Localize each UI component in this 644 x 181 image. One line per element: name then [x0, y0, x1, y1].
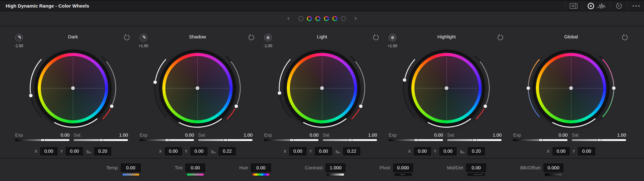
exp-slider-handle[interactable]: [414, 139, 418, 141]
footer-control-swatch[interactable]: [187, 173, 204, 176]
footer-control-swatch[interactable]: [327, 173, 344, 176]
range-input[interactable]: 0.20: [468, 147, 485, 156]
temperature-arc-handle[interactable]: [526, 86, 530, 90]
exp-slider[interactable]: [264, 139, 319, 141]
temperature-arc-slider[interactable]: [528, 59, 539, 88]
tint-arc-slider[interactable]: [603, 59, 614, 88]
exposure-arc-slider[interactable]: [30, 59, 41, 96]
wheel-reset-button[interactable]: [247, 34, 255, 41]
wheel-page-dot[interactable]: [332, 16, 337, 21]
footer-control-swatch[interactable]: [545, 173, 562, 176]
wheel-reset-button[interactable]: [497, 34, 504, 41]
exp-slider[interactable]: [389, 139, 443, 141]
wheel-page-dot[interactable]: [298, 16, 303, 21]
exposure-arc-handle[interactable]: [29, 94, 33, 98]
footer-control-input[interactable]: 0.00: [185, 163, 205, 172]
saturation-arc-slider[interactable]: [480, 62, 489, 105]
sat-slider-handle[interactable]: [224, 139, 228, 141]
range-input[interactable]: 0.22: [219, 147, 236, 156]
footer-control-label: Blk/Offset: [520, 163, 541, 172]
saturation-arc-slider[interactable]: [231, 62, 240, 105]
exposure-arc-handle[interactable]: [153, 80, 157, 84]
exp-slider-handle[interactable]: [165, 139, 169, 141]
sat-slider-handle[interactable]: [348, 139, 352, 141]
exp-value: 0.00: [310, 133, 319, 138]
expand-panel-icon[interactable]: [568, 1, 579, 11]
sat-slider[interactable]: [323, 139, 377, 141]
range-input[interactable]: 0.20: [94, 147, 111, 156]
reset-all-icon[interactable]: [613, 1, 624, 11]
wheel-page-dot[interactable]: [324, 16, 329, 21]
footer-control-swatch[interactable]: [395, 173, 412, 176]
exp-slider[interactable]: [513, 139, 568, 141]
next-page-chevron[interactable]: ›: [353, 15, 359, 23]
footer-control-input[interactable]: 0.00: [466, 163, 486, 172]
wheel-reset-button[interactable]: [621, 34, 629, 41]
wheel-page-dot[interactable]: [315, 16, 320, 21]
saturation-arc-slider[interactable]: [107, 62, 116, 105]
range-value: 0.20: [472, 149, 481, 154]
wheel-reset-button[interactable]: [123, 34, 130, 41]
footer-control-input[interactable]: 0.000: [393, 163, 413, 172]
exp-slider[interactable]: [140, 139, 194, 141]
sat-slider-handle[interactable]: [473, 139, 477, 141]
x-input[interactable]: 0.00: [40, 147, 58, 156]
exposure-arc-handle[interactable]: [278, 91, 281, 95]
color-wheels-section: -1.50 Dark Exp 0.00: [0, 26, 644, 159]
saturation-arc-handle[interactable]: [359, 104, 363, 108]
sat-slider[interactable]: [447, 139, 502, 141]
exposure-arc-slider[interactable]: [405, 59, 415, 80]
footer-control-input[interactable]: 1.000: [325, 163, 346, 172]
saturation-bottom-arc: [428, 119, 471, 127]
exposure-arc-slider[interactable]: [279, 59, 290, 93]
arc-sliders: [153, 44, 242, 132]
exp-sat-row: Exp 0.00 Sat 1.00: [135, 133, 260, 141]
sat-slider[interactable]: [572, 139, 626, 141]
exposure-arc-handle[interactable]: [402, 78, 406, 82]
saturation-arc-handle[interactable]: [483, 104, 487, 108]
wheel-page-dot[interactable]: [307, 16, 312, 21]
wheel-reset-button[interactable]: [372, 34, 380, 41]
footer-control-input[interactable]: 0.00: [251, 163, 271, 172]
exp-slider-handle[interactable]: [539, 139, 543, 141]
color-wheels-view-icon[interactable]: [586, 1, 596, 11]
footer-control-swatch[interactable]: [468, 173, 485, 176]
sat-slider-handle[interactable]: [99, 139, 103, 141]
footer-control-input[interactable]: 0.00: [121, 163, 141, 172]
exp-slider[interactable]: [15, 139, 69, 141]
footer-control: Mid/Det 0.00: [447, 163, 486, 178]
x-input[interactable]: 0.00: [289, 147, 307, 156]
prev-page-chevron[interactable]: ‹: [285, 15, 292, 23]
options-menu-icon[interactable]: [631, 1, 641, 11]
sat-slider[interactable]: [198, 139, 253, 141]
y-input[interactable]: 0.00: [439, 147, 457, 156]
xy-row: X 0.00 Y 0.00: [509, 147, 633, 156]
footer-control: Hue 0.00: [239, 163, 271, 178]
footer-control-swatch[interactable]: [253, 173, 269, 176]
footer-control-swatch[interactable]: [122, 173, 139, 176]
exp-slider-handle[interactable]: [290, 139, 294, 141]
y-input[interactable]: 0.00: [578, 147, 595, 156]
footer-control-input[interactable]: 0.000: [543, 163, 564, 172]
saturation-arc-handle[interactable]: [234, 104, 238, 108]
y-input[interactable]: 0.00: [315, 147, 332, 156]
range-input[interactable]: 0.22: [343, 147, 360, 156]
saturation-arc-slider[interactable]: [356, 62, 365, 105]
sat-slider[interactable]: [74, 139, 128, 141]
saturation-warning-arc: [476, 109, 484, 119]
exposure-arc-slider[interactable]: [155, 59, 166, 82]
color-wheel: [527, 44, 615, 132]
exp-slider-handle[interactable]: [41, 139, 45, 141]
x-input[interactable]: 0.00: [414, 147, 431, 156]
x-input[interactable]: 0.00: [552, 147, 570, 156]
y-input[interactable]: 0.00: [190, 147, 208, 156]
x-input[interactable]: 0.00: [165, 147, 182, 156]
saturation-arc-handle[interactable]: [110, 104, 114, 108]
sat-label: Sat: [198, 133, 205, 138]
y-input[interactable]: 0.00: [66, 147, 83, 156]
tint-arc-handle[interactable]: [612, 86, 616, 90]
wheel-page-dot[interactable]: [341, 16, 346, 21]
right-arc-track: [600, 56, 614, 120]
sat-slider-handle[interactable]: [597, 139, 601, 141]
curves-view-icon[interactable]: [596, 1, 607, 11]
